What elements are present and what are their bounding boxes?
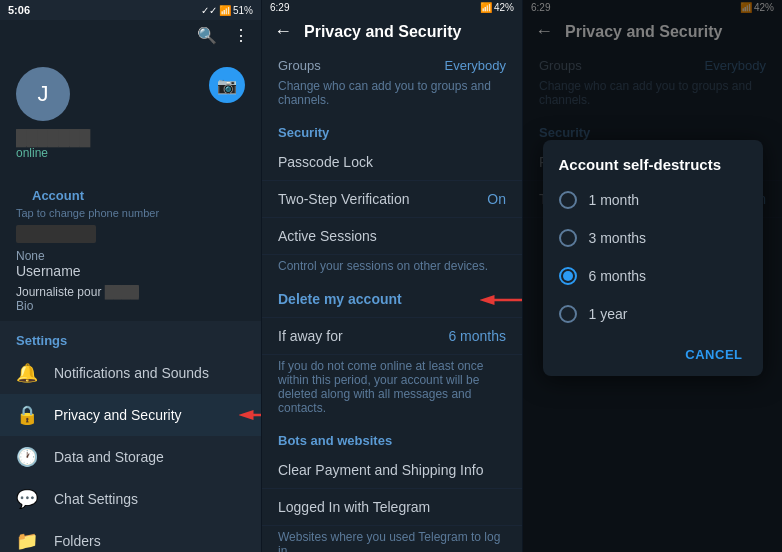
delete-hint: If you do not come online at least once … — [262, 355, 522, 423]
sidebar-item-chat[interactable]: 💬 Chat Settings — [0, 478, 261, 520]
privacy-label: Privacy and Security — [54, 407, 182, 423]
option-6months-label: 6 months — [589, 268, 647, 284]
bots-label: Bots and websites — [262, 423, 522, 452]
loggedin-label: Logged In with Telegram — [278, 499, 430, 515]
panel2-header: ← Privacy and Security — [262, 15, 522, 48]
phone-number-redacted — [16, 225, 96, 243]
panel3-privacy-dialog: 6:29 📶 42% ← Privacy and Security Groups… — [522, 0, 782, 552]
bio-redacted: ████ — [105, 285, 139, 299]
radio-dot-6months — [563, 271, 573, 281]
notifications-label: Notifications and Sounds — [54, 365, 209, 381]
passcode-item[interactable]: Passcode Lock — [262, 144, 522, 181]
username-value: None — [16, 249, 245, 263]
security-label: Security — [262, 115, 522, 144]
self-destruct-dialog: Account self-destructs 1 month 3 months … — [543, 140, 763, 376]
folders-icon: 📁 — [16, 530, 38, 552]
option-3months-label: 3 months — [589, 230, 647, 246]
delete-account-section: Delete my account If away for 6 months I… — [262, 281, 522, 423]
account-label: Account — [16, 176, 245, 207]
dialog-title: Account self-destructs — [543, 140, 763, 181]
more-icon[interactable]: ⋮ — [233, 26, 249, 45]
camera-button[interactable]: 📷 — [209, 67, 245, 103]
payment-label: Clear Payment and Shipping Info — [278, 462, 483, 478]
dialog-actions: CANCEL — [543, 333, 763, 376]
back-button-panel2[interactable]: ← — [274, 21, 292, 42]
radio-6months[interactable] — [559, 267, 577, 285]
status-bar-panel1: 5:06 ✓✓ 📶 51% — [0, 0, 261, 20]
dialog-option-1month[interactable]: 1 month — [543, 181, 763, 219]
dialog-option-3months[interactable]: 3 months — [543, 219, 763, 257]
settings-label: Settings — [0, 321, 261, 352]
delete-account-label: Delete my account — [278, 291, 402, 307]
if-away-item[interactable]: If away for 6 months — [262, 318, 522, 355]
battery-panel2: 42% — [494, 2, 514, 13]
cancel-button[interactable]: CANCEL — [677, 341, 750, 368]
security-section: Security Passcode Lock Two-Step Verifica… — [262, 115, 522, 281]
header-icons-panel1: 🔍 ⋮ — [197, 26, 249, 45]
radio-1year[interactable] — [559, 305, 577, 323]
profile-status: online — [16, 146, 48, 160]
notifications-icon: 🔔 — [16, 362, 38, 384]
if-away-label: If away for — [278, 328, 343, 344]
sessions-hint: Control your sessions on other devices. — [262, 255, 522, 281]
folders-label: Folders — [54, 533, 101, 549]
dialog-option-6months[interactable]: 6 months — [543, 257, 763, 295]
dialog-option-1year[interactable]: 1 year — [543, 295, 763, 333]
status-icons-panel2: 📶 42% — [480, 2, 514, 13]
radio-3months[interactable] — [559, 229, 577, 247]
sidebar-item-privacy[interactable]: 🔒 Privacy and Security — [0, 394, 261, 436]
time-panel2: 6:29 — [270, 2, 289, 13]
search-icon[interactable]: 🔍 — [197, 26, 217, 45]
twostep-value: On — [487, 191, 506, 207]
profile-name: ███████ — [16, 129, 90, 146]
sidebar-item-folders[interactable]: 📁 Folders — [0, 520, 261, 552]
radio-1month[interactable] — [559, 191, 577, 209]
groups-label: Groups — [278, 58, 321, 73]
dialog-overlay[interactable]: Account self-destructs 1 month 3 months … — [523, 0, 782, 552]
sessions-label: Active Sessions — [278, 228, 377, 244]
sidebar-item-data[interactable]: 🕐 Data and Storage — [0, 436, 261, 478]
payment-item[interactable]: Clear Payment and Shipping Info — [262, 452, 522, 489]
chat-icon: 💬 — [16, 488, 38, 510]
time-panel1: 5:06 — [8, 4, 30, 16]
battery-panel1: 51% — [233, 5, 253, 16]
panel2-title: Privacy and Security — [304, 23, 461, 41]
passcode-label: Passcode Lock — [278, 154, 373, 170]
delete-account-btn[interactable]: Delete my account — [262, 281, 522, 318]
avatar-letter: J — [38, 81, 49, 107]
bio-field-label: Bio — [16, 299, 245, 313]
arrow-delete — [462, 285, 522, 315]
sessions-item[interactable]: Active Sessions — [262, 218, 522, 255]
status-bar-panel2: 6:29 📶 42% — [262, 0, 522, 15]
loggedin-item[interactable]: Logged In with Telegram — [262, 489, 522, 526]
data-icon: 🕐 — [16, 446, 38, 468]
twostep-label: Two-Step Verification — [278, 191, 410, 207]
panel1-header: 🔍 ⋮ — [0, 20, 261, 51]
groups-row: Groups Everybody — [262, 52, 522, 75]
username-row: None Username — [16, 249, 245, 279]
panel2-content: Groups Everybody Change who can add you … — [262, 48, 522, 552]
bio-row: Journaliste pour ████ Bio — [16, 285, 245, 313]
option-1month-label: 1 month — [589, 192, 640, 208]
account-section: Account Tap to change phone number None … — [0, 168, 261, 321]
data-label: Data and Storage — [54, 449, 164, 465]
bio-text: Journaliste pour — [16, 285, 105, 299]
chat-label: Chat Settings — [54, 491, 138, 507]
sidebar-item-notifications[interactable]: 🔔 Notifications and Sounds — [0, 352, 261, 394]
arrow-annotation-privacy — [231, 400, 261, 430]
signal-panel2: 📶 — [480, 2, 492, 13]
bots-section: Bots and websites Clear Payment and Ship… — [262, 423, 522, 552]
phone-hint[interactable]: Tap to change phone number — [16, 207, 245, 219]
groups-hint: Change who can add you to groups and cha… — [262, 75, 522, 115]
settings-section: Settings 🔔 Notifications and Sounds 🔒 Pr… — [0, 321, 261, 552]
avatar[interactable]: J — [16, 67, 70, 121]
signal-icon: 📶 — [219, 5, 231, 16]
twostep-item[interactable]: Two-Step Verification On — [262, 181, 522, 218]
checkmark-icon: ✓✓ — [201, 5, 217, 16]
groups-section: Groups Everybody Change who can add you … — [262, 48, 522, 115]
username-field-label: Username — [16, 263, 245, 279]
loggedin-hint: Websites where you used Telegram to log … — [262, 526, 522, 552]
groups-value: Everybody — [445, 58, 506, 73]
privacy-icon: 🔒 — [16, 404, 38, 426]
status-icons-panel1: ✓✓ 📶 51% — [201, 5, 253, 16]
